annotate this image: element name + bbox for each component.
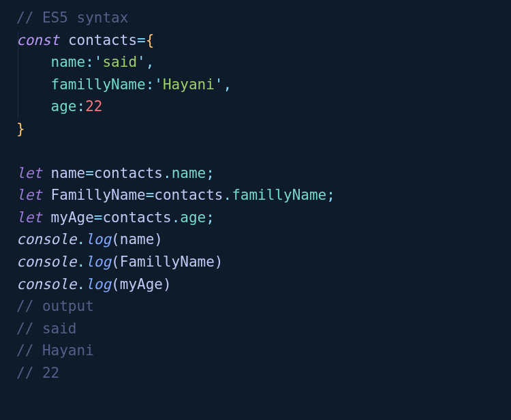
keyword-const: const <box>16 32 59 48</box>
identifier: contacts <box>68 32 137 48</box>
identifier: name <box>51 165 86 181</box>
object-key: age <box>51 98 77 115</box>
keyword-let: let <box>16 209 42 226</box>
identifier: myAge <box>51 209 94 226</box>
console-object: console <box>16 254 77 270</box>
object-key: famillyName <box>51 76 146 93</box>
identifier: FamillyName <box>51 187 146 203</box>
property-access: famillyName <box>232 187 326 203</box>
comment-line: // output <box>16 298 94 314</box>
indent-guide <box>18 31 18 119</box>
comment-line: // 22 <box>16 365 59 381</box>
keyword-let: let <box>16 187 42 203</box>
property-access: name <box>172 165 206 181</box>
log-method: log <box>85 231 111 247</box>
comment-line: // said <box>16 320 77 337</box>
comment-line: // Hayani <box>16 342 94 359</box>
code-block: // ES5 syntax const contacts={ name:'sai… <box>16 7 497 384</box>
object-key: name <box>51 54 86 70</box>
number-literal: 22 <box>85 98 102 115</box>
log-method: log <box>85 254 111 270</box>
comment-line: // ES5 syntax <box>16 10 128 26</box>
console-object: console <box>16 231 77 247</box>
keyword-let: let <box>16 165 42 181</box>
property-access: age <box>180 209 206 226</box>
string-literal: Hayani <box>163 76 215 93</box>
string-literal: said <box>102 54 137 70</box>
log-method: log <box>85 276 111 292</box>
console-object: console <box>16 276 77 292</box>
